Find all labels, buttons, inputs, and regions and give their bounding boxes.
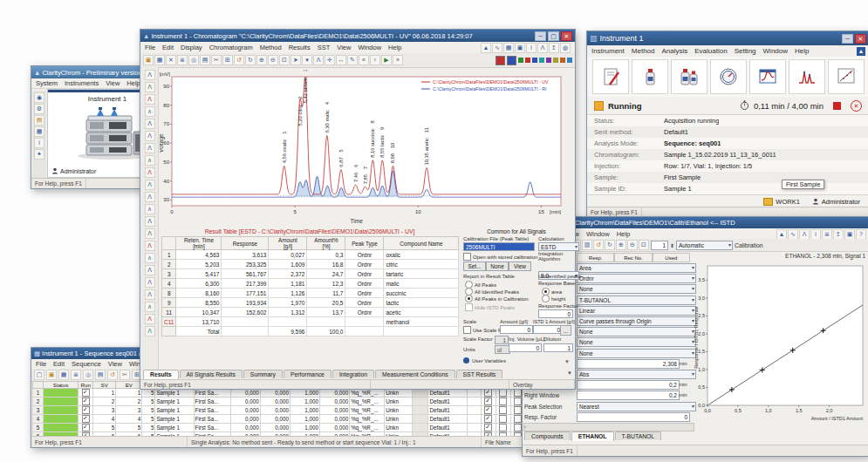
compound-setting-2[interactable]: Ordnr xyxy=(577,274,696,283)
processing-tool-icon-21[interactable]: Λ xyxy=(145,314,155,324)
menu-item-file[interactable]: File xyxy=(36,360,46,368)
print-icon[interactable]: ▤ xyxy=(95,370,106,380)
copy-icon[interactable]: ⊞ xyxy=(222,55,233,65)
prev-icon[interactable]: ‹ xyxy=(370,55,380,65)
peaks-icon[interactable]: Λ xyxy=(537,43,548,53)
pen-icon[interactable]: ✎ xyxy=(347,55,358,65)
menu-item-help[interactable]: Help xyxy=(795,47,809,55)
processing-tool-icon-3[interactable]: Λ xyxy=(145,94,155,105)
report-icon[interactable]: ≣ xyxy=(71,370,81,380)
tab-sst-results[interactable]: SST Results xyxy=(456,370,503,378)
processing-tool-icon-12[interactable]: ʌ xyxy=(145,204,155,214)
signal-select-icon[interactable]: ▾ xyxy=(302,55,312,65)
paste-icon[interactable]: ▥ xyxy=(582,240,592,250)
processing-tool-icon-19[interactable]: Λ xyxy=(145,289,155,300)
signal-color-swatch-8[interactable] xyxy=(567,58,572,63)
menu-item-results[interactable]: Results xyxy=(289,44,311,51)
active-signal-uv-swatch[interactable] xyxy=(496,56,505,65)
compound-tab-compounds[interactable]: Compounds xyxy=(524,431,571,440)
sequence-row[interactable]: 2225Sample 1First Sa...0,0000,0001,0000,… xyxy=(33,397,541,406)
compound-number-spinner[interactable]: 1 xyxy=(651,241,668,250)
set-button[interactable]: Set... xyxy=(463,262,486,271)
compound-setting-7[interactable]: None xyxy=(577,327,696,336)
workgroup-item[interactable]: WORK1 xyxy=(763,198,800,206)
processing-tool-icon-22[interactable]: Λ xyxy=(145,326,155,336)
chromatogram-plot[interactable]: [mV]30405060708090051015Time[min]Voltage… xyxy=(160,70,571,227)
signal-color-swatch-3[interactable] xyxy=(532,58,537,63)
zoom-in-icon[interactable]: ⊕ xyxy=(616,240,626,250)
tab-results[interactable]: Results xyxy=(143,370,179,379)
compound-setting-8[interactable]: None xyxy=(577,337,696,347)
user-icon[interactable]: ◉ xyxy=(34,92,44,103)
tab-all-signals-results[interactable]: All Signals Results xyxy=(180,370,243,378)
zoom-all-icon[interactable]: ⊡ xyxy=(279,55,290,65)
next-icon[interactable]: » xyxy=(393,55,403,65)
play-icon[interactable]: ▶ xyxy=(381,55,392,65)
column-header[interactable]: Reten. Time[min] xyxy=(176,237,222,250)
tab-integration[interactable]: Integration xyxy=(332,370,374,378)
processing-tool-icon-8[interactable]: ʌ xyxy=(145,155,155,166)
open-icon[interactable]: ▣ xyxy=(46,370,57,380)
sequence-row[interactable]: 5555Sample 1First Sa...0,0000,0001,0000,… xyxy=(33,424,541,432)
processing-tool-icon-20[interactable]: ʌ xyxy=(145,302,155,312)
calib-grid-header-recno[interactable]: Rec No. xyxy=(614,253,652,262)
compound-setting-6[interactable]: Curve passes through Origin xyxy=(577,316,696,326)
tab-summary[interactable]: Summary xyxy=(243,370,283,378)
processing-tool-icon-5[interactable]: Λ xyxy=(145,119,155,129)
tools-icon[interactable]: ✦ xyxy=(34,149,44,160)
zoom-in-icon[interactable]: ⊕ xyxy=(256,55,267,65)
open-with-stored-checkbox[interactable]: Open with stored calibration xyxy=(463,253,537,261)
globe-icon[interactable]: ◍ xyxy=(560,43,571,53)
processing-tool-icon-7[interactable]: Λ xyxy=(145,143,155,153)
report-icon[interactable]: ≣ xyxy=(177,55,188,65)
compound-tab-ethanol[interactable]: ETHANOL xyxy=(571,431,614,441)
cut-icon[interactable]: ✂ xyxy=(120,370,130,380)
scale-icon[interactable]: ↔ xyxy=(336,55,346,65)
active-signal-ri-swatch[interactable] xyxy=(507,56,516,65)
istd-amount-input[interactable]: 0 xyxy=(533,325,563,334)
processing-tool-icon-16[interactable]: ʌ xyxy=(145,253,155,263)
settings-icon[interactable]: ⚙ xyxy=(34,104,44,114)
preview-icon[interactable]: ◎ xyxy=(188,55,199,65)
processing-tool-icon-2[interactable]: Λ xyxy=(145,82,155,92)
menu-item-instrument[interactable]: Instrument xyxy=(591,47,625,55)
signal-color-swatch-5[interactable] xyxy=(546,58,551,63)
menu-item-help[interactable]: Help xyxy=(388,44,401,51)
inj-volume-input[interactable]: 0 xyxy=(509,343,542,352)
result-table-grid[interactable]: Reten. Time[min]ResponseAmount[g/l]Amoun… xyxy=(161,236,459,336)
user-variables-button[interactable]: User Variables xyxy=(463,357,506,363)
calendar-icon[interactable]: ▦ xyxy=(503,43,514,53)
signal-color-swatch-1[interactable] xyxy=(518,58,523,63)
picture-icon[interactable]: ▣ xyxy=(515,43,525,53)
compound-setting-9[interactable]: None xyxy=(577,349,696,358)
processing-tool-icon-18[interactable]: Λ xyxy=(145,277,155,288)
save-icon[interactable]: ▦ xyxy=(154,55,165,65)
menu-item-edit[interactable]: Edit xyxy=(162,44,174,51)
menu-item-help[interactable]: Help xyxy=(126,79,140,87)
compound-setting-3[interactable]: None xyxy=(577,284,696,294)
compound-setting-12[interactable]: 0,2 xyxy=(577,380,680,390)
processing-tool-icon-6[interactable]: Λ xyxy=(145,131,155,141)
menu-item-method[interactable]: Method xyxy=(632,47,655,55)
titlebar[interactable]: ▥ Instrument 1 ─ ✕ xyxy=(587,31,868,45)
close-button[interactable]: ✕ xyxy=(855,34,866,44)
calibration-file-input[interactable]: 2506MULTI xyxy=(463,242,535,251)
menu-item-view[interactable]: View xyxy=(108,360,122,368)
menu-item-window[interactable]: Window xyxy=(763,47,788,55)
height-radio[interactable]: height xyxy=(542,295,565,302)
calib-grid-header-used[interactable]: Used xyxy=(653,253,690,262)
table-row[interactable]: 98,550193,9341,97020,5Ordnrlactic xyxy=(162,298,459,308)
sequence-row[interactable]: 3335Sample 1First Sa...0,0000,0001,0000,… xyxy=(33,406,541,415)
folder-icon[interactable]: ▤ xyxy=(34,115,44,126)
first-icon[interactable]: « xyxy=(359,55,369,65)
dilution-input[interactable]: 1 xyxy=(543,343,573,352)
amount-input[interactable]: 0 xyxy=(500,325,533,334)
calib-grid-header-resp[interactable]: Resp. xyxy=(577,253,614,262)
table-row[interactable]: Total9,596100,0 xyxy=(162,327,459,336)
save-icon[interactable]: ▦ xyxy=(58,370,69,380)
calculation-select[interactable]: ESTD xyxy=(538,242,579,251)
close-button[interactable]: ✕ xyxy=(561,31,572,41)
panel-scroll-arrow[interactable]: ▼ xyxy=(564,359,570,364)
menu-item-view[interactable]: View xyxy=(337,44,351,51)
maximize-button[interactable]: ▢ xyxy=(548,31,559,41)
